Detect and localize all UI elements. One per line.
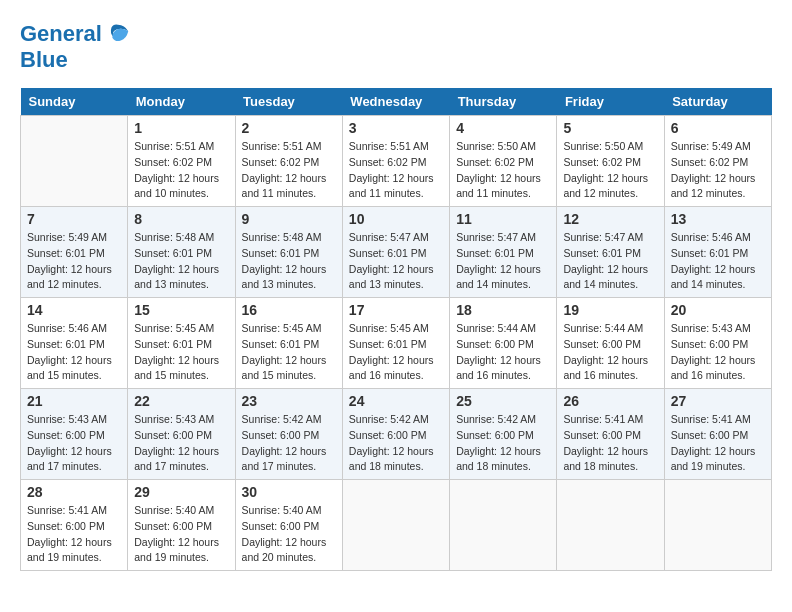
day-number: 29 (134, 484, 228, 500)
day-info: Sunrise: 5:41 AMSunset: 6:00 PMDaylight:… (563, 412, 657, 475)
day-cell: 20Sunrise: 5:43 AMSunset: 6:00 PMDayligh… (664, 298, 771, 389)
day-number: 28 (27, 484, 121, 500)
day-cell: 19Sunrise: 5:44 AMSunset: 6:00 PMDayligh… (557, 298, 664, 389)
day-number: 17 (349, 302, 443, 318)
day-cell: 8Sunrise: 5:48 AMSunset: 6:01 PMDaylight… (128, 207, 235, 298)
day-number: 4 (456, 120, 550, 136)
week-row-1: 1Sunrise: 5:51 AMSunset: 6:02 PMDaylight… (21, 116, 772, 207)
week-row-4: 21Sunrise: 5:43 AMSunset: 6:00 PMDayligh… (21, 389, 772, 480)
day-cell: 12Sunrise: 5:47 AMSunset: 6:01 PMDayligh… (557, 207, 664, 298)
day-cell: 27Sunrise: 5:41 AMSunset: 6:00 PMDayligh… (664, 389, 771, 480)
day-info: Sunrise: 5:47 AMSunset: 6:01 PMDaylight:… (563, 230, 657, 293)
day-number: 1 (134, 120, 228, 136)
day-cell: 4Sunrise: 5:50 AMSunset: 6:02 PMDaylight… (450, 116, 557, 207)
day-number: 2 (242, 120, 336, 136)
day-info: Sunrise: 5:45 AMSunset: 6:01 PMDaylight:… (349, 321, 443, 384)
day-info: Sunrise: 5:48 AMSunset: 6:01 PMDaylight:… (242, 230, 336, 293)
day-cell: 17Sunrise: 5:45 AMSunset: 6:01 PMDayligh… (342, 298, 449, 389)
day-info: Sunrise: 5:50 AMSunset: 6:02 PMDaylight:… (456, 139, 550, 202)
day-cell (342, 480, 449, 571)
week-row-3: 14Sunrise: 5:46 AMSunset: 6:01 PMDayligh… (21, 298, 772, 389)
day-cell: 1Sunrise: 5:51 AMSunset: 6:02 PMDaylight… (128, 116, 235, 207)
day-info: Sunrise: 5:51 AMSunset: 6:02 PMDaylight:… (349, 139, 443, 202)
weekday-header-saturday: Saturday (664, 88, 771, 116)
day-number: 14 (27, 302, 121, 318)
day-number: 11 (456, 211, 550, 227)
logo: General Blue (20, 20, 132, 72)
day-info: Sunrise: 5:43 AMSunset: 6:00 PMDaylight:… (671, 321, 765, 384)
logo-blue-text: Blue (20, 48, 132, 72)
day-info: Sunrise: 5:42 AMSunset: 6:00 PMDaylight:… (456, 412, 550, 475)
day-number: 30 (242, 484, 336, 500)
day-cell: 10Sunrise: 5:47 AMSunset: 6:01 PMDayligh… (342, 207, 449, 298)
day-number: 3 (349, 120, 443, 136)
day-cell: 25Sunrise: 5:42 AMSunset: 6:00 PMDayligh… (450, 389, 557, 480)
day-cell: 30Sunrise: 5:40 AMSunset: 6:00 PMDayligh… (235, 480, 342, 571)
day-cell: 2Sunrise: 5:51 AMSunset: 6:02 PMDaylight… (235, 116, 342, 207)
day-info: Sunrise: 5:47 AMSunset: 6:01 PMDaylight:… (349, 230, 443, 293)
day-info: Sunrise: 5:42 AMSunset: 6:00 PMDaylight:… (242, 412, 336, 475)
day-info: Sunrise: 5:43 AMSunset: 6:00 PMDaylight:… (134, 412, 228, 475)
day-number: 26 (563, 393, 657, 409)
weekday-header-friday: Friday (557, 88, 664, 116)
weekday-header-monday: Monday (128, 88, 235, 116)
day-info: Sunrise: 5:49 AMSunset: 6:01 PMDaylight:… (27, 230, 121, 293)
day-info: Sunrise: 5:41 AMSunset: 6:00 PMDaylight:… (671, 412, 765, 475)
weekday-header-wednesday: Wednesday (342, 88, 449, 116)
day-number: 8 (134, 211, 228, 227)
weekday-header-tuesday: Tuesday (235, 88, 342, 116)
day-number: 27 (671, 393, 765, 409)
day-info: Sunrise: 5:48 AMSunset: 6:01 PMDaylight:… (134, 230, 228, 293)
day-number: 18 (456, 302, 550, 318)
day-cell: 11Sunrise: 5:47 AMSunset: 6:01 PMDayligh… (450, 207, 557, 298)
day-info: Sunrise: 5:41 AMSunset: 6:00 PMDaylight:… (27, 503, 121, 566)
page-header: General Blue (20, 20, 772, 72)
day-cell: 14Sunrise: 5:46 AMSunset: 6:01 PMDayligh… (21, 298, 128, 389)
day-cell: 28Sunrise: 5:41 AMSunset: 6:00 PMDayligh… (21, 480, 128, 571)
day-cell: 18Sunrise: 5:44 AMSunset: 6:00 PMDayligh… (450, 298, 557, 389)
day-cell: 21Sunrise: 5:43 AMSunset: 6:00 PMDayligh… (21, 389, 128, 480)
day-cell: 9Sunrise: 5:48 AMSunset: 6:01 PMDaylight… (235, 207, 342, 298)
week-row-5: 28Sunrise: 5:41 AMSunset: 6:00 PMDayligh… (21, 480, 772, 571)
day-cell: 7Sunrise: 5:49 AMSunset: 6:01 PMDaylight… (21, 207, 128, 298)
day-cell: 15Sunrise: 5:45 AMSunset: 6:01 PMDayligh… (128, 298, 235, 389)
day-number: 15 (134, 302, 228, 318)
day-cell (21, 116, 128, 207)
day-number: 13 (671, 211, 765, 227)
day-info: Sunrise: 5:40 AMSunset: 6:00 PMDaylight:… (242, 503, 336, 566)
day-number: 21 (27, 393, 121, 409)
day-cell: 22Sunrise: 5:43 AMSunset: 6:00 PMDayligh… (128, 389, 235, 480)
day-cell (557, 480, 664, 571)
day-number: 23 (242, 393, 336, 409)
day-number: 16 (242, 302, 336, 318)
day-cell: 3Sunrise: 5:51 AMSunset: 6:02 PMDaylight… (342, 116, 449, 207)
day-number: 9 (242, 211, 336, 227)
day-info: Sunrise: 5:43 AMSunset: 6:00 PMDaylight:… (27, 412, 121, 475)
logo-text: General (20, 22, 102, 46)
day-info: Sunrise: 5:40 AMSunset: 6:00 PMDaylight:… (134, 503, 228, 566)
day-number: 6 (671, 120, 765, 136)
day-info: Sunrise: 5:50 AMSunset: 6:02 PMDaylight:… (563, 139, 657, 202)
logo-icon (104, 20, 132, 48)
day-number: 10 (349, 211, 443, 227)
day-number: 19 (563, 302, 657, 318)
day-cell: 5Sunrise: 5:50 AMSunset: 6:02 PMDaylight… (557, 116, 664, 207)
day-number: 5 (563, 120, 657, 136)
day-cell: 6Sunrise: 5:49 AMSunset: 6:02 PMDaylight… (664, 116, 771, 207)
day-number: 20 (671, 302, 765, 318)
weekday-header-sunday: Sunday (21, 88, 128, 116)
day-cell: 26Sunrise: 5:41 AMSunset: 6:00 PMDayligh… (557, 389, 664, 480)
weekday-header-row: SundayMondayTuesdayWednesdayThursdayFrid… (21, 88, 772, 116)
day-info: Sunrise: 5:44 AMSunset: 6:00 PMDaylight:… (563, 321, 657, 384)
day-number: 7 (27, 211, 121, 227)
day-info: Sunrise: 5:44 AMSunset: 6:00 PMDaylight:… (456, 321, 550, 384)
day-info: Sunrise: 5:45 AMSunset: 6:01 PMDaylight:… (134, 321, 228, 384)
day-cell: 29Sunrise: 5:40 AMSunset: 6:00 PMDayligh… (128, 480, 235, 571)
calendar-table: SundayMondayTuesdayWednesdayThursdayFrid… (20, 88, 772, 571)
day-info: Sunrise: 5:46 AMSunset: 6:01 PMDaylight:… (27, 321, 121, 384)
day-number: 25 (456, 393, 550, 409)
day-info: Sunrise: 5:47 AMSunset: 6:01 PMDaylight:… (456, 230, 550, 293)
day-cell (664, 480, 771, 571)
week-row-2: 7Sunrise: 5:49 AMSunset: 6:01 PMDaylight… (21, 207, 772, 298)
day-info: Sunrise: 5:45 AMSunset: 6:01 PMDaylight:… (242, 321, 336, 384)
